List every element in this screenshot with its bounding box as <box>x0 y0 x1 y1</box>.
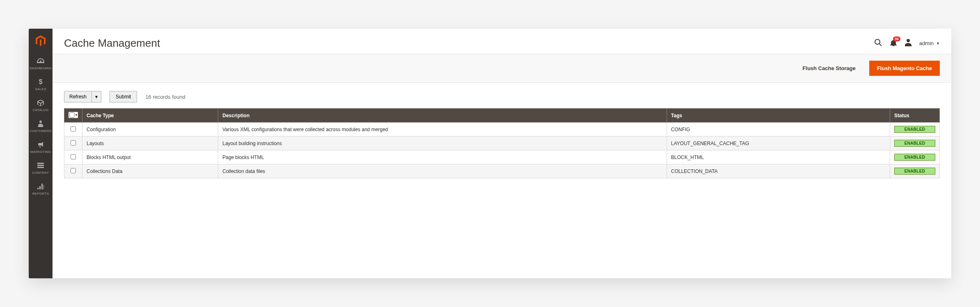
select-all-checkbox[interactable]: ▾ <box>69 112 78 118</box>
mass-action-dropdown[interactable]: Refresh ▾ <box>64 91 101 102</box>
cell-cache-type: Configuration <box>82 123 218 136</box>
records-count: 16 records found <box>145 94 185 100</box>
row-checkbox[interactable] <box>71 154 76 159</box>
cell-tags: BLOCK_HTML <box>667 150 890 164</box>
toolbar: Refresh ▾ Submit 16 records found <box>53 83 951 108</box>
table-row: ConfigurationVarious XML configurations … <box>64 123 940 136</box>
row-checkbox[interactable] <box>71 126 76 132</box>
dashboard-icon <box>37 57 44 65</box>
cell-tags: COLLECTION_DATA <box>667 164 890 178</box>
submit-button[interactable]: Submit <box>110 91 137 102</box>
sidebar: DASHBOARD $ SALES CATALOG CUSTOMERS MARK… <box>29 29 53 278</box>
magento-logo <box>29 29 53 53</box>
status-badge: ENABLED <box>894 126 935 133</box>
status-badge: ENABLED <box>894 140 935 147</box>
search-icon[interactable] <box>874 39 882 48</box>
sidebar-item-label: DASHBOARD <box>30 66 51 70</box>
table-header-row: ▾ Cache Type Description Tags Status <box>64 109 940 123</box>
cell-description: Page blocks HTML <box>218 150 667 164</box>
dollar-icon: $ <box>37 78 44 86</box>
sidebar-item-dashboard[interactable]: DASHBOARD <box>29 53 53 74</box>
megaphone-icon <box>37 141 44 148</box>
sidebar-item-label: CONTENT <box>32 171 49 175</box>
flush-magento-cache-button[interactable]: Flush Magento Cache <box>869 61 940 76</box>
table-row: Blocks HTML outputPage blocks HTMLBLOCK_… <box>64 150 940 164</box>
svg-point-0 <box>875 39 880 44</box>
svg-line-1 <box>879 44 882 46</box>
sidebar-item-sales[interactable]: $ SALES <box>29 74 53 95</box>
cell-cache-type: Blocks HTML output <box>82 150 218 164</box>
sidebar-item-label: SALES <box>35 87 46 91</box>
sidebar-item-customers[interactable]: CUSTOMERS <box>29 116 53 137</box>
page-title: Cache Management <box>64 37 160 50</box>
chevron-down-icon: ▼ <box>936 41 940 45</box>
notification-icon[interactable]: 39 <box>890 39 897 48</box>
action-bar: Flush Cache Storage Flush Magento Cache <box>53 54 951 83</box>
chart-icon <box>37 183 44 190</box>
chevron-down-icon[interactable]: ▾ <box>92 91 101 102</box>
table-row: Collections DataCollection data filesCOL… <box>64 164 940 178</box>
user-label: admin <box>919 40 934 46</box>
chevron-down-icon: ▾ <box>75 113 77 117</box>
checkbox-icon[interactable] <box>69 112 75 118</box>
cube-icon <box>37 99 44 107</box>
cache-table: ▾ Cache Type Description Tags Status Con… <box>64 108 940 178</box>
status-badge: ENABLED <box>894 154 935 161</box>
select-all-header: ▾ <box>64 109 82 123</box>
col-status[interactable]: Status <box>890 109 940 123</box>
cell-description: Various XML configurations that were col… <box>218 123 667 136</box>
sidebar-item-label: CUSTOMERS <box>30 129 52 133</box>
status-badge: ENABLED <box>894 168 935 175</box>
mass-action-label[interactable]: Refresh <box>64 91 92 102</box>
sidebar-item-catalog[interactable]: CATALOG <box>29 95 53 116</box>
sidebar-item-content[interactable]: CONTENT <box>29 158 53 179</box>
col-description[interactable]: Description <box>218 109 667 123</box>
table-row: LayoutsLayout building instructionsLAYOU… <box>64 136 940 150</box>
sidebar-item-label: REPORTS <box>32 192 49 196</box>
col-cache-type[interactable]: Cache Type <box>82 109 218 123</box>
sidebar-item-reports[interactable]: REPORTS <box>29 179 53 200</box>
cell-description: Layout building instructions <box>218 136 667 150</box>
row-checkbox[interactable] <box>71 140 76 146</box>
cell-status: ENABLED <box>890 150 940 164</box>
notification-badge: 39 <box>893 36 900 41</box>
col-tags[interactable]: Tags <box>667 109 890 123</box>
user-menu[interactable]: admin ▼ <box>919 40 940 46</box>
cell-status: ENABLED <box>890 123 940 136</box>
flush-cache-storage-button[interactable]: Flush Cache Storage <box>795 61 863 76</box>
cell-cache-type: Collections Data <box>82 164 218 178</box>
page-header: Cache Management 39 admin ▼ <box>53 29 951 54</box>
sidebar-item-marketing[interactable]: MARKETING <box>29 137 53 158</box>
sidebar-item-label: CATALOG <box>32 108 48 112</box>
cell-tags: LAYOUT_GENERAL_CACHE_TAG <box>667 136 890 150</box>
cell-status: ENABLED <box>890 164 940 178</box>
cell-tags: CONFIG <box>667 123 890 136</box>
cell-description: Collection data files <box>218 164 667 178</box>
user-icon[interactable] <box>905 39 912 48</box>
person-icon <box>37 120 44 127</box>
layers-icon <box>37 162 44 169</box>
cell-cache-type: Layouts <box>82 136 218 150</box>
row-checkbox[interactable] <box>71 168 76 173</box>
cell-status: ENABLED <box>890 136 940 150</box>
sidebar-item-label: MARKETING <box>30 150 51 154</box>
